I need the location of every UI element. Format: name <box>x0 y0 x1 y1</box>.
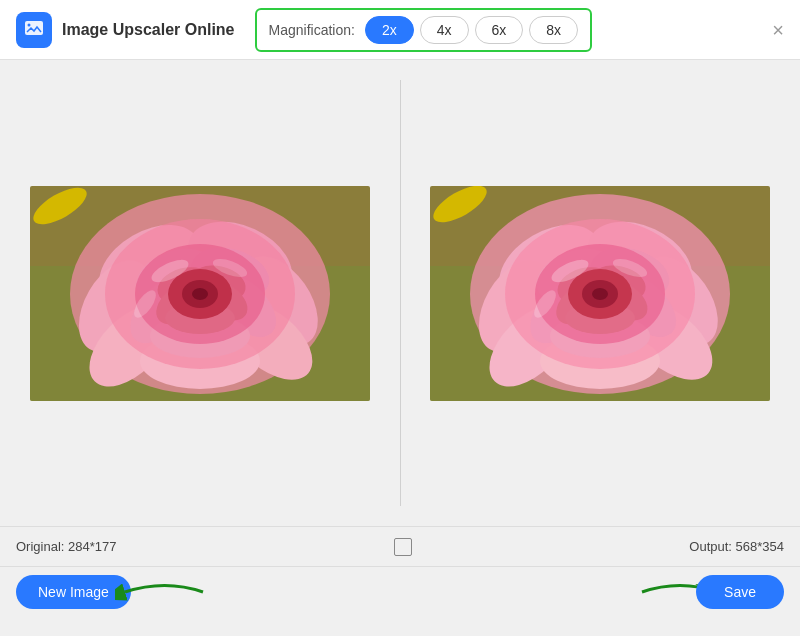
app-title: Image Upscaler Online <box>62 21 235 39</box>
original-image <box>30 186 370 401</box>
bottom-bar: New Image Save <box>0 566 800 616</box>
magnification-label: Magnification: <box>269 22 355 38</box>
app-logo-icon <box>16 12 52 48</box>
mag-6x-button[interactable]: 6x <box>475 16 524 44</box>
svg-rect-0 <box>25 21 43 35</box>
mag-2x-button[interactable]: 2x <box>365 16 414 44</box>
output-image-panel <box>401 60 801 526</box>
mag-4x-button[interactable]: 4x <box>420 16 469 44</box>
output-image <box>430 186 770 401</box>
compare-icon[interactable] <box>394 538 412 556</box>
output-dimensions: Output: 568*354 <box>689 539 784 554</box>
mag-buttons: 2x 4x 6x 8x <box>365 16 578 44</box>
svg-point-1 <box>28 23 31 26</box>
new-image-button[interactable]: New Image <box>16 575 131 609</box>
app-logo: Image Upscaler Online <box>16 12 235 48</box>
svg-point-27 <box>192 288 208 300</box>
original-image-panel <box>0 60 400 526</box>
main-content <box>0 60 800 526</box>
info-center <box>116 538 689 556</box>
save-button[interactable]: Save <box>696 575 784 609</box>
magnification-section: Magnification: 2x 4x 6x 8x <box>255 8 593 52</box>
svg-point-56 <box>592 288 608 300</box>
mag-8x-button[interactable]: 8x <box>529 16 578 44</box>
close-button[interactable]: × <box>772 20 784 40</box>
original-dimensions: Original: 284*177 <box>16 539 116 554</box>
info-bar: Original: 284*177 Output: 568*354 <box>0 526 800 566</box>
arrow-left-icon <box>115 575 205 609</box>
header: Image Upscaler Online Magnification: 2x … <box>0 0 800 60</box>
